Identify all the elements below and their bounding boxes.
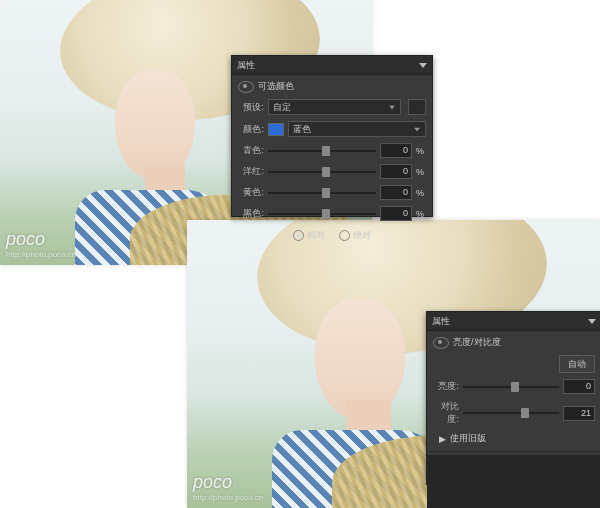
slider-value-input[interactable]: 0 <box>380 206 412 221</box>
divider <box>427 451 600 452</box>
preset-value: 自定 <box>273 101 291 114</box>
panel-footer-area <box>427 455 600 508</box>
slider-track[interactable] <box>463 407 559 419</box>
slider-value-input[interactable]: 21 <box>563 406 595 421</box>
percent-label: % <box>416 209 426 219</box>
panel-title: 属性 <box>237 59 255 72</box>
slider-label: 黑色: <box>238 207 264 220</box>
percent-label: % <box>416 188 426 198</box>
colors-value: 蓝色 <box>293 123 311 136</box>
slider-row: 对比度: 21 <box>427 397 600 429</box>
method-relative[interactable]: 相对 <box>293 229 325 242</box>
panel-header[interactable]: 属性 <box>427 312 600 331</box>
method-absolute[interactable]: 绝对 <box>339 229 371 242</box>
slider-label: 青色: <box>238 144 264 157</box>
watermark: poco http://photo.poco.cn <box>6 229 76 259</box>
preset-menu-button[interactable] <box>408 99 426 115</box>
panel-menu-icon[interactable] <box>419 63 427 68</box>
slider-row: 青色: 0 % <box>232 140 432 161</box>
percent-label: % <box>416 167 426 177</box>
adjustment-name: 亮度/对比度 <box>453 336 501 349</box>
chevron-down-icon <box>389 105 395 109</box>
color-swatch <box>268 123 284 136</box>
radio-icon <box>293 230 304 241</box>
slider-value-input[interactable]: 0 <box>563 379 595 394</box>
slider-label: 黄色: <box>238 186 264 199</box>
slider-row: 亮度: 0 <box>427 376 600 397</box>
adjustment-icon <box>433 337 449 349</box>
panel-title: 属性 <box>432 315 450 328</box>
panel-header[interactable]: 属性 <box>232 56 432 75</box>
method-row: 相对 绝对 <box>232 224 432 247</box>
watermark-text: poco <box>193 472 232 492</box>
slider-value-input[interactable]: 0 <box>380 185 412 200</box>
panel-menu-icon[interactable] <box>588 319 596 324</box>
slider-row: 黄色: 0 % <box>232 182 432 203</box>
slider-label: 对比度: <box>433 400 459 426</box>
face-shape <box>115 70 195 180</box>
adjustment-icon <box>238 81 254 93</box>
colors-dropdown[interactable]: 蓝色 <box>288 121 426 137</box>
slider-label: 亮度: <box>433 380 459 393</box>
auto-button[interactable]: 自动 <box>559 355 595 373</box>
slider-track[interactable] <box>463 381 559 393</box>
slider-label: 洋红: <box>238 165 264 178</box>
slider-row: 洋红: 0 % <box>232 161 432 182</box>
slider-track[interactable] <box>268 208 376 220</box>
brightness-contrast-panel: 属性 亮度/对比度 自动 亮度: 0 对比度: 21 ▶ 使用旧版 <box>426 311 600 485</box>
slider-track[interactable] <box>268 166 376 178</box>
slider-value-input[interactable]: 0 <box>380 164 412 179</box>
colors-label: 颜色: <box>238 123 264 136</box>
slider-value-input[interactable]: 0 <box>380 143 412 158</box>
watermark-url: http://photo.poco.cn <box>6 250 76 259</box>
preset-dropdown[interactable]: 自定 <box>268 99 401 115</box>
watermark-text: poco <box>6 229 45 249</box>
watermark-url: http://photo.poco.cn <box>193 493 263 502</box>
use-legacy-label: 使用旧版 <box>450 432 486 445</box>
adjustment-name: 可选颜色 <box>258 80 294 93</box>
slider-track[interactable] <box>268 187 376 199</box>
radio-icon <box>339 230 350 241</box>
preset-label: 预设: <box>238 101 264 114</box>
expand-icon[interactable]: ▶ <box>439 434 446 444</box>
selective-color-panel: 属性 可选颜色 预设: 自定 颜色: 蓝色 青色: <box>231 55 433 217</box>
chevron-down-icon <box>414 127 420 131</box>
percent-label: % <box>416 146 426 156</box>
slider-row: 黑色: 0 % <box>232 203 432 224</box>
slider-track[interactable] <box>268 145 376 157</box>
watermark: poco http://photo.poco.cn <box>193 472 263 502</box>
